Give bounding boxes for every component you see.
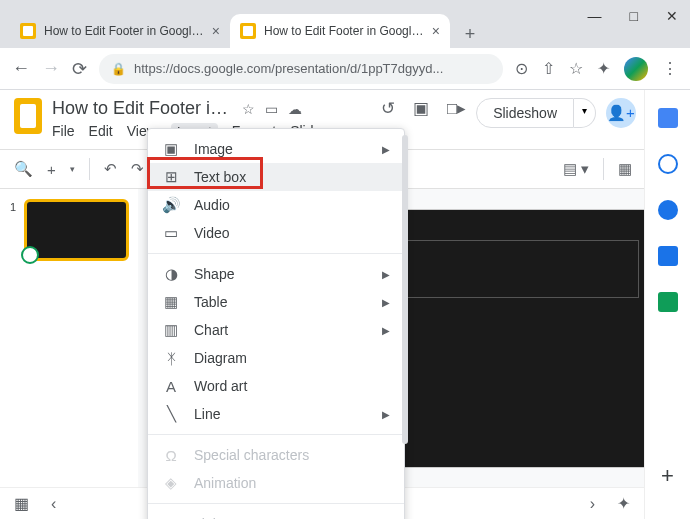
- menu-item-shape[interactable]: ◑Shape▶: [148, 260, 404, 288]
- menu-item-word-art[interactable]: AWord art: [148, 372, 404, 400]
- tab-title: How to Edit Footer in Google Sli: [44, 24, 206, 38]
- layout-dropdown[interactable]: ▤ ▾: [563, 160, 589, 178]
- extensions-icon[interactable]: ✦: [597, 59, 610, 78]
- add-on-button[interactable]: +: [661, 463, 674, 489]
- keep-icon[interactable]: [658, 154, 678, 174]
- submenu-arrow-icon: ▶: [382, 409, 390, 420]
- menu-item-line[interactable]: ╲Line▶: [148, 400, 404, 428]
- submenu-arrow-icon: ▶: [382, 269, 390, 280]
- audio-icon: 🔊: [162, 196, 180, 214]
- browser-tab-1[interactable]: How to Edit Footer in Google Sli ×: [10, 14, 230, 48]
- menu-item-diagram[interactable]: ᛡDiagram: [148, 344, 404, 372]
- text-box-icon: ⊞: [162, 168, 180, 186]
- kebab-menu-icon[interactable]: ⋮: [662, 59, 678, 78]
- window-minimize[interactable]: —: [588, 8, 602, 24]
- undo-button[interactable]: ↶: [104, 160, 117, 178]
- submenu-arrow-icon: ▶: [382, 325, 390, 336]
- menu-item-animation: ◈Animation: [148, 469, 404, 497]
- search-menus-icon[interactable]: 🔍: [14, 160, 33, 178]
- forward-button: →: [42, 58, 60, 79]
- word-art-icon: A: [162, 378, 180, 395]
- prev-slide-button[interactable]: ‹: [51, 495, 56, 513]
- menu-file[interactable]: File: [52, 123, 75, 141]
- new-tab-button[interactable]: +: [456, 20, 484, 48]
- new-slide-button[interactable]: +: [47, 161, 56, 178]
- side-panel: +: [644, 90, 690, 519]
- link-icon: ⊂⊃: [162, 515, 180, 519]
- favicon-icon: [240, 23, 256, 39]
- search-icon[interactable]: ⊙: [515, 59, 528, 78]
- menu-item-video[interactable]: ▭Video: [148, 219, 404, 247]
- tasks-icon[interactable]: [658, 200, 678, 220]
- slides-logo-icon[interactable]: [14, 98, 42, 134]
- menu-item-special-characters: ΩSpecial characters: [148, 441, 404, 469]
- contacts-icon[interactable]: [658, 246, 678, 266]
- cloud-status-icon[interactable]: ☁: [288, 101, 302, 117]
- present-icon[interactable]: □▸: [447, 98, 466, 119]
- share-icon[interactable]: ⇧: [542, 59, 555, 78]
- move-icon[interactable]: ▭: [265, 101, 278, 117]
- diagram-icon: ᛡ: [162, 350, 180, 367]
- address-bar[interactable]: 🔒 https://docs.google.com/presentation/d…: [99, 54, 503, 84]
- filmstrip: 1: [0, 189, 138, 488]
- chart-icon: ▥: [162, 321, 180, 339]
- explore-button[interactable]: ✦: [617, 494, 630, 513]
- submenu-arrow-icon: ▶: [382, 144, 390, 155]
- comments-icon[interactable]: ▣: [413, 98, 429, 119]
- grid-view-icon[interactable]: ▦: [14, 494, 29, 513]
- extension-icon[interactable]: [624, 57, 648, 81]
- menu-item-table[interactable]: ▦Table▶: [148, 288, 404, 316]
- menu-item-audio[interactable]: 🔊Audio: [148, 191, 404, 219]
- reload-button[interactable]: ⟳: [72, 58, 87, 80]
- share-button[interactable]: 👤+: [606, 98, 636, 128]
- line-icon: ╲: [162, 405, 180, 423]
- url-text: https://docs.google.com/presentation/d/1…: [134, 61, 491, 76]
- menu-item-link: ⊂⊃LinkCtrl+K: [148, 510, 404, 519]
- next-slide-button[interactable]: ›: [590, 495, 595, 513]
- window-close[interactable]: ✕: [666, 8, 678, 24]
- menu-edit[interactable]: Edit: [89, 123, 113, 141]
- close-icon[interactable]: ×: [432, 23, 440, 39]
- menu-item-text-box[interactable]: ⊞Text box: [148, 163, 404, 191]
- maps-icon[interactable]: [658, 292, 678, 312]
- document-title[interactable]: How to Edit Footer in G...: [52, 98, 232, 119]
- insert-menu: ▣Image▶ ⊞Text box 🔊Audio ▭Video ◑Shape▶ …: [147, 128, 405, 519]
- history-icon[interactable]: ↺: [381, 98, 395, 119]
- theme-button[interactable]: ▦: [618, 160, 632, 178]
- menu-item-chart[interactable]: ▥Chart▶: [148, 316, 404, 344]
- slide-number: 1: [10, 201, 16, 213]
- tab-title: How to Edit Footer in Google Sli: [264, 24, 426, 38]
- bookmark-icon[interactable]: ☆: [569, 59, 583, 78]
- special-chars-icon: Ω: [162, 447, 180, 464]
- slide-thumbnail-1[interactable]: [24, 199, 129, 261]
- image-icon: ▣: [162, 140, 180, 158]
- star-icon[interactable]: ☆: [242, 101, 255, 117]
- back-button[interactable]: ←: [12, 58, 30, 79]
- menu-item-image[interactable]: ▣Image▶: [148, 135, 404, 163]
- redo-button[interactable]: ↷: [131, 160, 144, 178]
- new-slide-dropdown[interactable]: ▾: [70, 164, 75, 174]
- calendar-icon[interactable]: [658, 108, 678, 128]
- slideshow-button[interactable]: Slideshow: [476, 98, 574, 128]
- window-maximize[interactable]: □: [630, 8, 638, 24]
- slideshow-dropdown[interactable]: ▾: [574, 98, 596, 128]
- video-icon: ▭: [162, 224, 180, 242]
- browser-tab-2-active[interactable]: How to Edit Footer in Google Sli ×: [230, 14, 450, 48]
- submenu-arrow-icon: ▶: [382, 297, 390, 308]
- animation-icon: ◈: [162, 474, 180, 492]
- lock-icon: 🔒: [111, 62, 126, 76]
- favicon-icon: [20, 23, 36, 39]
- table-icon: ▦: [162, 293, 180, 311]
- close-icon[interactable]: ×: [212, 23, 220, 39]
- shape-icon: ◑: [162, 265, 180, 283]
